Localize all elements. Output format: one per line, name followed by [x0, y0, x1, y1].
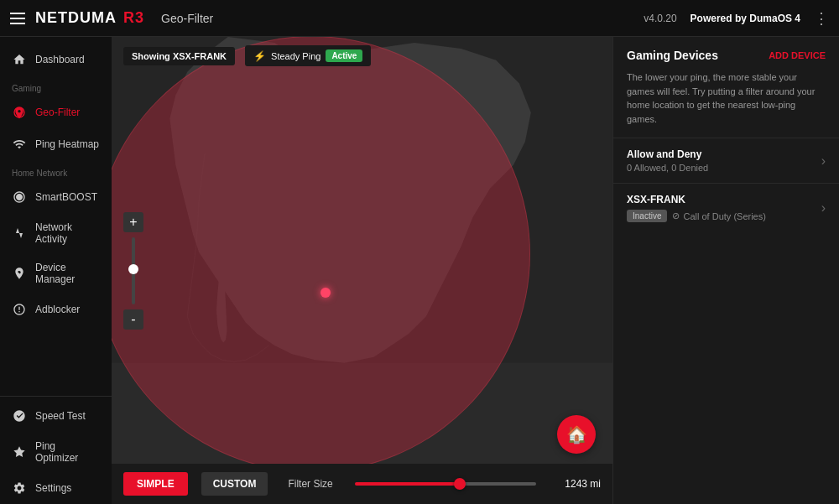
zoom-slider-thumb[interactable] [128, 264, 138, 274]
device-manager-icon [12, 266, 27, 281]
sidebar-item-speed-test[interactable]: Speed Test [0, 400, 112, 432]
filter-size-slider[interactable] [355, 482, 537, 486]
network-activity-icon [12, 226, 27, 241]
sidebar-item-ping-optimizer[interactable]: Ping Optimizer [0, 432, 112, 472]
smartboost-label: SmartBOOST [35, 191, 97, 203]
ping-heatmap-icon [12, 137, 27, 152]
settings-label: Settings [35, 482, 71, 494]
showing-label: Showing XSX-FRANK [123, 47, 235, 65]
allow-deny-title: Allow and Deny [627, 148, 708, 160]
allow-deny-info: Allow and Deny 0 Allowed, 0 Denied [627, 148, 708, 173]
home-icon [12, 52, 27, 67]
location-dot [320, 288, 331, 298]
smartboost-icon [12, 190, 27, 205]
home-icon: 🏠 [566, 424, 587, 444]
powered-by-label: Powered by DumaOS 4 [690, 13, 800, 24]
speed-test-label: Speed Test [35, 410, 86, 422]
lightning-icon: ⚡ [253, 50, 266, 62]
logo-net: NET [35, 9, 68, 27]
sidebar: Dashboard Gaming Geo-Filter Ping Heatmap… [0, 37, 112, 504]
zoom-in-button[interactable]: + [123, 212, 143, 232]
device-row-xsx-frank[interactable]: XSX-FRANK Inactive ⊘ Call of Duty (Serie… [613, 183, 839, 232]
more-options-icon[interactable]: ⋮ [814, 9, 829, 28]
speed-test-icon [12, 408, 27, 423]
logo: NETDUMA R3 [35, 9, 144, 27]
network-activity-label: Network Activity [35, 221, 100, 245]
gaming-devices-title: Gaming Devices [627, 49, 718, 62]
device-name: XSX-FRANK [627, 194, 766, 205]
device-game: ⊘ Call of Duty (Series) [672, 210, 765, 221]
map-bottombar: SIMPLE CUSTOM Filter Size 1243 mi [112, 464, 612, 504]
active-badge: Active [326, 49, 362, 62]
filter-slider-track [355, 482, 537, 486]
ping-heatmap-label: Ping Heatmap [35, 138, 99, 150]
topbar: NETDUMA R3 Geo-Filter v4.0.20 Powered by… [0, 0, 839, 37]
adblocker-icon [12, 302, 27, 317]
device-chevron-right-icon: › [821, 200, 826, 216]
filter-slider-thumb[interactable] [454, 478, 466, 490]
sidebar-item-dashboard[interactable]: Dashboard [0, 44, 112, 75]
sidebar-item-network-activity[interactable]: Network Activity [0, 213, 112, 253]
game-label: Call of Duty (Series) [683, 211, 765, 221]
simple-mode-button[interactable]: SIMPLE [123, 472, 188, 496]
map-area: Showing XSX-FRANK ⚡ Steady Ping Active +… [112, 37, 612, 504]
device-manager-label: Device Manager [35, 262, 100, 285]
adblocker-label: Adblocker [35, 304, 80, 315]
version-label: v4.0.20 [644, 13, 676, 24]
allow-deny-section[interactable]: Allow and Deny 0 Allowed, 0 Denied › [613, 138, 839, 183]
sidebar-item-adblocker[interactable]: Adblocker [0, 294, 112, 325]
inactive-badge: Inactive [627, 210, 667, 222]
logo-duma: DUMA [68, 9, 117, 27]
page-title: Geo-Filter [161, 12, 213, 25]
logo-r3: R3 [123, 9, 144, 27]
allow-deny-sub: 0 Allowed, 0 Denied [627, 163, 708, 173]
device-info: XSX-FRANK Inactive ⊘ Call of Duty (Serie… [627, 194, 766, 222]
gaming-section-label: Gaming [0, 75, 112, 96]
ping-optimizer-icon [12, 444, 27, 460]
sidebar-item-ping-heatmap[interactable]: Ping Heatmap [0, 128, 112, 160]
home-button[interactable]: 🏠 [557, 415, 596, 454]
home-network-section-label: Home Network [0, 160, 112, 181]
gaming-devices-description: The lower your ping, the more stable you… [613, 70, 839, 138]
right-panel: Gaming Devices ADD DEVICE The lower your… [612, 37, 839, 504]
filter-size-value: 1243 mi [565, 478, 601, 490]
zoom-controls: + - [123, 212, 143, 330]
add-device-button[interactable]: ADD DEVICE [769, 50, 826, 60]
filter-size-label: Filter Size [288, 478, 332, 490]
sidebar-item-settings[interactable]: Settings [0, 472, 112, 504]
steady-ping-label: Steady Ping [271, 51, 320, 61]
hamburger-icon[interactable] [10, 13, 25, 24]
geofilter-label: Geo-Filter [35, 107, 80, 118]
main-layout: Dashboard Gaming Geo-Filter Ping Heatmap… [0, 37, 839, 504]
geo-filter-circle [112, 37, 530, 472]
right-panel-header: Gaming Devices ADD DEVICE [613, 37, 839, 70]
chevron-right-icon: › [821, 153, 826, 169]
sidebar-bottom: Speed Test Ping Optimizer Settings [0, 396, 112, 504]
topbar-left: NETDUMA R3 Geo-Filter [10, 9, 213, 27]
ping-optimizer-label: Ping Optimizer [35, 440, 100, 464]
zoom-slider-track [132, 237, 135, 304]
custom-mode-button[interactable]: CUSTOM [201, 472, 268, 496]
geofilter-icon [12, 105, 27, 120]
sidebar-item-device-manager[interactable]: Device Manager [0, 253, 112, 294]
settings-icon [12, 481, 27, 496]
topbar-right: v4.0.20 Powered by DumaOS 4 ⋮ [644, 9, 829, 28]
zoom-out-button[interactable]: - [123, 309, 143, 330]
sidebar-item-smartboost[interactable]: SmartBOOST [0, 181, 112, 213]
steady-ping-button[interactable]: ⚡ Steady Ping Active [245, 45, 371, 66]
game-icon: ⊘ [672, 210, 680, 221]
dashboard-label: Dashboard [35, 54, 85, 65]
map-topbar: Showing XSX-FRANK ⚡ Steady Ping Active [112, 37, 612, 75]
device-tags: Inactive ⊘ Call of Duty (Series) [627, 210, 766, 222]
sidebar-item-geofilter[interactable]: Geo-Filter [0, 96, 112, 128]
